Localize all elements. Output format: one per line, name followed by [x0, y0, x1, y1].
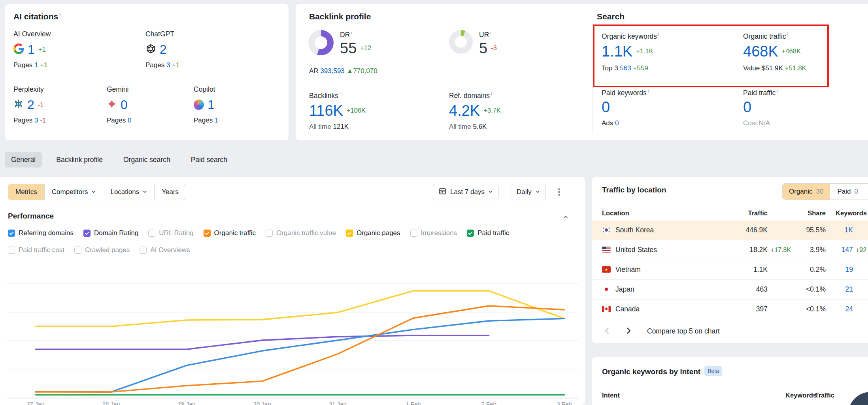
- keywords-link[interactable]: 1K: [845, 226, 853, 234]
- keywords-by-intent-title: Organic keywords by intentBeta: [602, 366, 722, 376]
- next-page-icon[interactable]: [625, 327, 632, 336]
- ads-value[interactable]: 0: [615, 119, 619, 127]
- table-row-japan[interactable]: Japan 463 <0.1% 21: [592, 280, 868, 300]
- perplexity-icon: [13, 99, 24, 111]
- checkbox-organic-traffic[interactable]: Organic traffic: [204, 229, 256, 237]
- date-range-button[interactable]: Last 7 days: [433, 184, 499, 200]
- tab-paid-search[interactable]: Paid search: [185, 152, 234, 168]
- info-icon[interactable]: i: [351, 30, 352, 36]
- prev-page-icon[interactable]: [604, 327, 611, 336]
- table-row-united-states[interactable]: United States 18.2K +17.8K 3.9% 147 +92: [592, 240, 868, 260]
- gemini-icon: [107, 99, 117, 111]
- filter-group: Metrics Competitors Locations Years: [8, 184, 186, 200]
- tab-general[interactable]: General: [5, 152, 42, 168]
- info-icon[interactable]: i: [658, 32, 659, 37]
- ar-value[interactable]: 393,593: [320, 67, 344, 75]
- stat-value[interactable]: 1: [28, 43, 35, 56]
- checkbox-ai-overviews[interactable]: AI Overviews: [140, 246, 190, 254]
- japan-flag-icon: [602, 286, 611, 292]
- keywords-link[interactable]: 19: [845, 266, 853, 274]
- stat-value[interactable]: 0: [121, 98, 128, 111]
- checkbox-icon: [148, 230, 155, 237]
- beta-badge: Beta: [704, 366, 722, 376]
- keywords-link[interactable]: 21: [845, 285, 853, 294]
- chevron-down-icon: [489, 188, 493, 196]
- keywords-link[interactable]: 147: [842, 246, 853, 254]
- paid-traffic-value[interactable]: 0: [743, 100, 751, 115]
- pages-count[interactable]: 0: [128, 117, 131, 124]
- info-icon[interactable]: i: [59, 12, 60, 17]
- stat-value[interactable]: 2: [27, 98, 34, 111]
- info-icon[interactable]: i: [777, 88, 778, 94]
- pages-count[interactable]: 1: [215, 117, 218, 124]
- checkbox-paid-traffic[interactable]: Paid traffic: [467, 229, 509, 237]
- paid-keywords-value[interactable]: 0: [602, 100, 610, 115]
- checkbox-organic-pages[interactable]: Organic pages: [346, 229, 400, 237]
- paid-keywords-block: Paid keywordsi 0 Ads 0: [602, 88, 649, 127]
- granularity-button[interactable]: Daily: [511, 184, 546, 200]
- ref-domains-value[interactable]: 4.2K: [449, 103, 480, 118]
- more-options-icon[interactable]: [558, 187, 560, 197]
- top3-value[interactable]: 563: [620, 64, 631, 72]
- checkbox-crawled-pages[interactable]: Crawled pages: [74, 246, 130, 254]
- compare-top5-link[interactable]: Compare top 5 on chart: [647, 327, 720, 335]
- competitors-button[interactable]: Competitors: [44, 184, 103, 200]
- checkbox-icon: [266, 230, 273, 237]
- calendar-icon: [439, 187, 446, 197]
- checkbox-icon: [346, 230, 353, 237]
- pages-count[interactable]: 1: [34, 61, 38, 69]
- toggle-paid[interactable]: Paid 0: [830, 184, 868, 200]
- tab-backlink-profile[interactable]: Backlink profile: [50, 152, 109, 168]
- performance-title: Performance: [8, 212, 54, 220]
- svg-text:29 Jan: 29 Jan: [178, 401, 196, 405]
- backlinks-value[interactable]: 116K: [309, 103, 343, 118]
- checkbox-paid-traffic-cost[interactable]: Paid traffic cost: [8, 246, 64, 254]
- svg-text:2 Feb: 2 Feb: [481, 401, 496, 405]
- checkbox-referring-domains[interactable]: Referring domains: [8, 229, 74, 237]
- organic-keywords-value[interactable]: 1.1K: [602, 44, 632, 59]
- stat-gemini: Gemini 0 Pages 0: [107, 85, 131, 124]
- keywords-link[interactable]: 24: [845, 305, 853, 313]
- checkbox-domain-rating[interactable]: Domain Rating: [83, 229, 138, 237]
- checkbox-icon: [83, 230, 91, 237]
- svg-text:28 Jan: 28 Jan: [102, 401, 120, 405]
- up-triangle-icon: ▲: [347, 67, 353, 75]
- svg-text:31 Jan: 31 Jan: [329, 401, 347, 405]
- info-icon[interactable]: i: [787, 32, 789, 37]
- organic-traffic-value[interactable]: 468K: [743, 44, 778, 59]
- stat-chatgpt: ChatGPT 2 Pages 3 +1: [145, 30, 180, 69]
- table-row-canada[interactable]: Canada 397 <0.1% 24: [592, 300, 868, 319]
- pages-count[interactable]: 3: [34, 117, 38, 124]
- metrics-button[interactable]: Metrics: [8, 184, 44, 200]
- stat-copilot: Copilot 1 Pages 1: [194, 85, 218, 124]
- toggle-organic[interactable]: Organic 30: [783, 184, 830, 200]
- performance-card: Metrics Competitors Locations Years Last…: [0, 177, 585, 405]
- info-icon[interactable]: i: [648, 88, 649, 94]
- ref-domains-block: Ref. domainsi 4.2K +3.7K All time 5.6K: [449, 91, 501, 131]
- collapse-chevron-icon[interactable]: [563, 214, 568, 221]
- info-icon[interactable]: i: [491, 91, 492, 96]
- dr-donut: [308, 30, 334, 55]
- checkbox-icon: [74, 247, 81, 254]
- table-row-south-korea[interactable]: South Korea 446.9K 95.5% 1K: [592, 220, 868, 240]
- ur-label: URi: [479, 30, 497, 39]
- overview-tabs: General Backlink profile Organic search …: [5, 152, 234, 168]
- tab-organic-search[interactable]: Organic search: [117, 152, 177, 168]
- info-icon[interactable]: i: [340, 91, 341, 96]
- info-icon[interactable]: i: [490, 30, 491, 36]
- pages-line: Pages 3 -1: [13, 117, 46, 124]
- checkbox-impressions[interactable]: Impressions: [410, 229, 457, 237]
- years-button[interactable]: Years: [154, 184, 186, 200]
- table-row-vietnam[interactable]: Vietnam 1.1K 0.2% 19: [592, 260, 868, 280]
- intent-table-header: Intent Keywords Traffic: [592, 388, 868, 402]
- checkbox-icon: [467, 230, 474, 237]
- pages-count[interactable]: 3: [166, 61, 170, 69]
- checkbox-url-rating[interactable]: URL Rating: [148, 229, 193, 237]
- stat-label: AI Overview: [13, 30, 51, 38]
- locations-button[interactable]: Locations: [103, 184, 154, 200]
- svg-text:3 Feb: 3 Feb: [557, 401, 572, 405]
- google-icon: [13, 43, 24, 56]
- checkbox-organic-traffic-value[interactable]: Organic traffic value: [266, 229, 336, 237]
- stat-value[interactable]: 1: [208, 98, 215, 111]
- stat-value[interactable]: 2: [160, 43, 167, 56]
